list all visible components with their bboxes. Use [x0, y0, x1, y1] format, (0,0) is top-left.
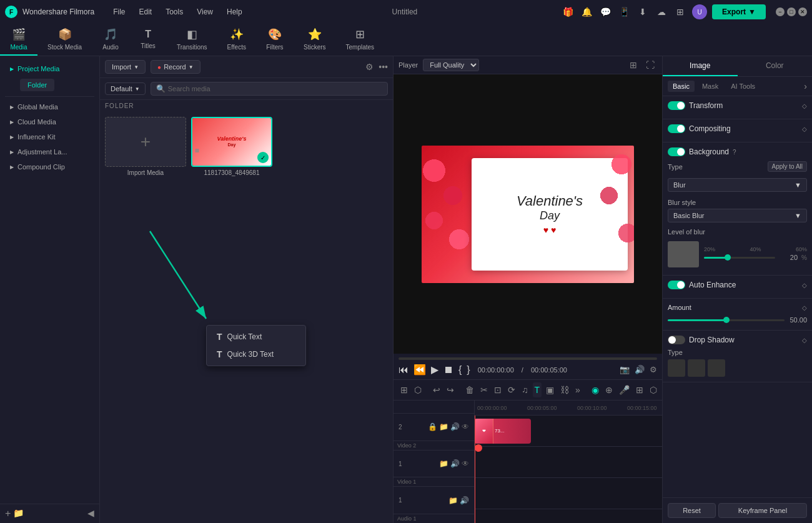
sidebar-folder-icon[interactable]: 📁	[13, 508, 24, 519]
device-icon[interactable]: 📱	[617, 5, 631, 19]
tl-track-audio-icon[interactable]: 🔊	[460, 496, 469, 505]
media-thumb-selected[interactable]: Valentine's Day ▤ ✓	[191, 117, 272, 167]
minimize-button[interactable]: −	[776, 7, 785, 16]
feedback-icon[interactable]: 💬	[598, 5, 612, 19]
playhead[interactable]	[475, 416, 475, 523]
close-button[interactable]: ✕	[798, 7, 807, 16]
reset-button[interactable]: Reset	[668, 503, 716, 518]
track-video2[interactable]: ❤ 73...	[475, 416, 662, 447]
keyframe-panel-button[interactable]: Keyframe Panel	[718, 503, 807, 518]
prev-frame-button[interactable]: ⏮	[399, 364, 408, 376]
tl-audio-icon[interactable]: ♫	[520, 382, 530, 397]
iconbar-titles[interactable]: T Titles	[129, 24, 167, 56]
in-point-button[interactable]: {	[458, 364, 462, 376]
apply-to-all-button[interactable]: Apply to All	[768, 161, 807, 172]
import-button[interactable]: Import ▼	[105, 60, 146, 74]
tl-cursor-icon[interactable]: ⬡	[412, 382, 423, 397]
iconbar-stickers[interactable]: ⭐ Stickers	[294, 24, 336, 56]
amount-slider-thumb[interactable]	[723, 317, 730, 323]
iconbar-audio[interactable]: 🎵 Audio	[92, 24, 129, 56]
user-avatar[interactable]: U	[692, 4, 707, 19]
auto-enhance-diamond-icon[interactable]: ◇	[802, 282, 807, 289]
drop-shadow-option2[interactable]	[688, 359, 705, 377]
folder-button[interactable]: Folder	[20, 79, 54, 91]
menu-item-quick-3d-text[interactable]: T Quick 3D Text	[207, 346, 305, 363]
tl-crop-icon[interactable]: ⊡	[492, 382, 503, 397]
background-type-dropdown[interactable]: Blur ▼	[668, 178, 807, 192]
iconbar-transitions[interactable]: ◧ Transitions	[167, 24, 217, 56]
more-icon[interactable]: •••	[379, 62, 388, 72]
tl-track-audio-icon[interactable]: 🔊	[450, 422, 460, 431]
tl-text-icon[interactable]: T	[533, 382, 542, 397]
sidebar-item-adjustment[interactable]: ▶ Adjustment La...	[5, 144, 94, 159]
progress-bar[interactable]	[399, 357, 657, 360]
stop-button[interactable]: ⏹	[443, 364, 453, 376]
transform-toggle[interactable]	[668, 101, 685, 110]
drop-shadow-option3[interactable]	[708, 359, 725, 377]
transform-diamond-icon[interactable]: ◇	[802, 102, 807, 109]
out-point-button[interactable]: }	[467, 364, 470, 376]
iconbar-effects[interactable]: ✨ Effects	[217, 24, 256, 56]
volume-button[interactable]: 🔊	[635, 365, 645, 374]
sidebar-item-global-media[interactable]: ▶ Global Media	[5, 99, 94, 114]
menu-view[interactable]: View	[191, 6, 219, 18]
drop-shadow-toggle[interactable]	[668, 336, 685, 344]
maximize-button[interactable]: □	[787, 7, 796, 16]
settings-button[interactable]: ⚙	[650, 365, 657, 374]
tl-track-eye-icon[interactable]: 👁	[462, 422, 469, 431]
tl-mic-icon[interactable]: 🎤	[617, 382, 631, 397]
tl-track-folder-icon[interactable]: 📁	[439, 422, 448, 431]
tl-grid-icon[interactable]: ⊞	[399, 382, 410, 397]
tl-track-lock-icon[interactable]: 🔒	[428, 422, 437, 431]
tl-more-icon[interactable]: »	[573, 382, 582, 397]
apps-icon[interactable]: ⊞	[673, 5, 687, 19]
iconbar-stock[interactable]: 📦 Stock Media	[37, 24, 92, 56]
tl-keyframe-icon[interactable]: ⬡	[648, 382, 659, 397]
blur-style-dropdown[interactable]: Basic Blur ▼	[668, 209, 807, 222]
compositing-diamond-icon[interactable]: ◇	[802, 126, 807, 132]
background-toggle[interactable]	[668, 147, 685, 156]
list-item[interactable]: Valentine's Day ▤ ✓ 11817308_4849681	[191, 117, 272, 518]
tl-snap-icon[interactable]: ◉	[590, 382, 601, 397]
sub-tab-more-icon[interactable]: ›	[804, 81, 807, 91]
background-info-icon[interactable]: ?	[733, 149, 736, 156]
camera-button[interactable]: 📷	[620, 365, 630, 374]
tl-track-folder-icon[interactable]: 📁	[448, 496, 458, 505]
sidebar-item-influence-kit[interactable]: ▶ Influence Kit	[5, 129, 94, 144]
tl-link2-icon[interactable]: ⊕	[603, 382, 615, 397]
subtab-mask[interactable]: Mask	[697, 81, 723, 92]
compositing-toggle[interactable]	[668, 124, 685, 133]
default-filter-button[interactable]: Default ▼	[105, 82, 146, 95]
track-audio1[interactable]	[475, 478, 662, 509]
quality-select[interactable]: Full Quality	[423, 59, 479, 71]
clip-video2[interactable]: ❤ 73...	[475, 419, 531, 444]
fullscreen-icon[interactable]: ⛶	[643, 59, 657, 71]
bell-icon[interactable]: 🔔	[580, 5, 593, 19]
gift-icon[interactable]: 🎁	[561, 5, 575, 19]
subtab-ai-tools[interactable]: AI Tools	[726, 81, 760, 92]
track-video1[interactable]	[475, 447, 662, 478]
iconbar-media[interactable]: 🎬 Media	[0, 24, 37, 56]
sidebar-collapse-icon[interactable]: ◀	[87, 508, 94, 519]
sidebar-item-cloud-media[interactable]: ▶ Cloud Media	[5, 114, 94, 129]
import-media-thumb[interactable]: +	[105, 117, 186, 167]
tl-link-icon[interactable]: ⛓	[558, 382, 571, 397]
iconbar-templates[interactable]: ⊞ Templates	[336, 24, 385, 56]
amount-diamond-icon[interactable]: ◇	[802, 304, 807, 311]
tab-image[interactable]: Image	[663, 56, 738, 76]
download-icon[interactable]: ⬇	[636, 5, 650, 19]
tab-color[interactable]: Color	[738, 56, 813, 76]
cloud-icon[interactable]: ☁	[655, 5, 668, 19]
play-button[interactable]: ▶	[431, 364, 438, 376]
sidebar-item-project-media[interactable]: ▶ Project Media	[5, 61, 94, 76]
tl-delete-icon[interactable]: 🗑	[463, 382, 476, 397]
menu-item-quick-text[interactable]: T Quick Text	[207, 328, 305, 346]
rewind-button[interactable]: ⏪	[413, 364, 426, 376]
tl-redo-icon[interactable]: ↪	[445, 382, 456, 397]
tl-stabilize-icon[interactable]: ⟳	[506, 382, 517, 397]
tl-track-audio-icon[interactable]: 🔊	[450, 459, 460, 468]
menu-edit[interactable]: Edit	[133, 6, 159, 18]
menu-file[interactable]: File	[107, 6, 131, 18]
tl-mask-icon[interactable]: ▣	[544, 382, 556, 397]
tl-track-eye-icon[interactable]: 👁	[462, 459, 469, 468]
